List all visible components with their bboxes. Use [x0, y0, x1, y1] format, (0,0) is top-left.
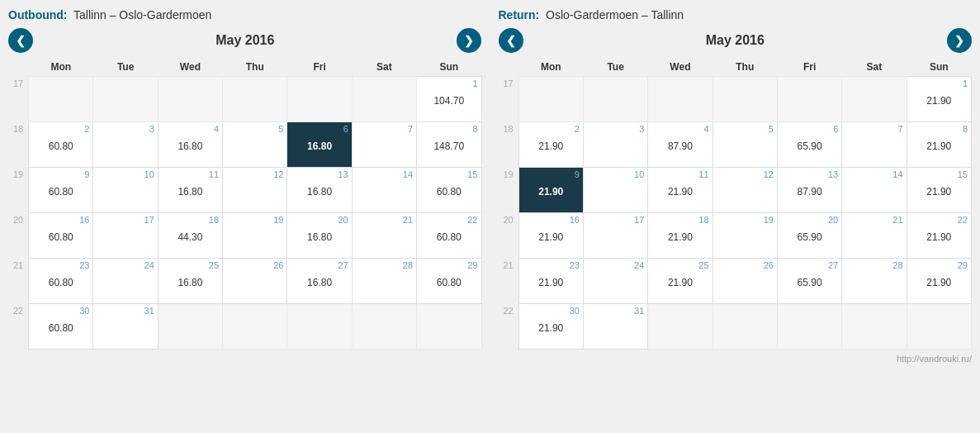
outbound-day-cell[interactable]: 2516.80	[158, 259, 222, 304]
return-day-num: 23	[523, 260, 580, 270]
outbound-day-num: 28	[356, 260, 413, 270]
return-day-cell[interactable]: 1121.90	[648, 168, 713, 213]
outbound-day-cell[interactable]: 3060.80	[29, 304, 93, 350]
outbound-day-price: 60.80	[420, 277, 477, 288]
outbound-day-cell[interactable]: 616.80	[287, 122, 352, 168]
return-day-num: 12	[717, 169, 774, 179]
return-route: Oslo-Gardermoen – Tallinn	[546, 8, 684, 21]
return-day-cell[interactable]: 1521.90	[907, 168, 971, 213]
outbound-day-price: 16.80	[291, 140, 348, 152]
return-day-cell[interactable]: 1387.90	[777, 168, 841, 213]
return-day-num: 10	[587, 169, 644, 179]
return-day-cell	[777, 77, 841, 122]
return-next-button[interactable]: ❯	[947, 28, 972, 53]
outbound-day-cell[interactable]: 8148.70	[417, 122, 481, 168]
return-day-cell[interactable]: 1621.90	[518, 213, 583, 259]
return-day-price: 21.90	[911, 277, 968, 288]
return-day-num: 6	[781, 124, 838, 134]
outbound-day-num: 5	[226, 124, 283, 134]
outbound-day-cell[interactable]: 960.80	[29, 168, 93, 213]
outbound-day-price: 60.80	[32, 231, 89, 243]
return-week-header	[499, 58, 519, 77]
outbound-prev-button[interactable]: ❮	[8, 28, 33, 53]
return-day-cell	[777, 304, 841, 350]
return-day-cell[interactable]: 121.90	[907, 77, 971, 122]
outbound-day-cell[interactable]: 1560.80	[417, 168, 481, 213]
return-day-cell[interactable]: 221.90	[518, 122, 583, 168]
outbound-week-num-2: 19	[8, 168, 29, 213]
outbound-week-num-0: 17	[8, 77, 29, 122]
outbound-day-price: 44.30	[162, 231, 219, 243]
return-day-cell: 12	[713, 168, 777, 213]
outbound-day-cell: 28	[352, 259, 416, 304]
return-day-cell[interactable]: 3021.90	[518, 304, 583, 350]
return-day-cell[interactable]: 487.90	[648, 122, 713, 168]
return-day-cell[interactable]: 821.90	[907, 122, 971, 168]
return-day-num: 21	[845, 215, 902, 225]
outbound-day-num: 1	[420, 79, 477, 88]
outbound-day-cell: 24	[93, 259, 158, 304]
outbound-calendar: Outbound: Tallinn – Oslo-Gardermoen ❮ Ma…	[8, 8, 482, 350]
outbound-day-num: 11	[162, 169, 219, 179]
return-day-num: 26	[717, 260, 774, 270]
return-day-cell[interactable]: 665.90	[777, 122, 841, 168]
return-day-price: 21.90	[911, 95, 968, 107]
outbound-day-num: 27	[291, 260, 348, 270]
return-day-price: 87.90	[781, 186, 838, 197]
return-day-cell: 17	[583, 213, 647, 259]
return-day-price: 65.90	[781, 231, 838, 243]
outbound-next-button[interactable]: ❯	[457, 28, 481, 53]
outbound-day-num: 18	[162, 215, 219, 225]
return-day-cell: 5	[713, 122, 777, 168]
outbound-day-cell[interactable]: 2360.80	[29, 259, 93, 304]
outbound-day-cell[interactable]: 2960.80	[417, 259, 481, 304]
outbound-day-price: 60.80	[420, 231, 477, 243]
outbound-day-cell: 7	[352, 122, 416, 168]
outbound-day-cell	[93, 77, 158, 122]
outbound-header-tue: Tue	[93, 58, 158, 77]
return-day-num: 22	[911, 215, 968, 225]
return-day-cell[interactable]: 2765.90	[777, 259, 841, 304]
outbound-day-price: 16.80	[291, 277, 348, 288]
return-prev-button[interactable]: ❮	[499, 28, 523, 53]
return-day-cell[interactable]: 2521.90	[648, 259, 713, 304]
return-month-label: May 2016	[706, 33, 765, 48]
outbound-day-cell[interactable]: 1104.70	[417, 77, 481, 122]
outbound-header-sat: Sat	[352, 58, 416, 77]
outbound-day-num: 7	[356, 124, 413, 134]
outbound-day-num: 25	[162, 260, 219, 270]
outbound-day-cell[interactable]: 260.80	[29, 122, 93, 168]
return-day-cell	[583, 77, 647, 122]
return-day-cell[interactable]: 2065.90	[777, 213, 841, 259]
outbound-day-cell[interactable]: 416.80	[158, 122, 222, 168]
return-week-num-3: 20	[499, 213, 519, 259]
outbound-route: Tallinn – Oslo-Gardermoen	[73, 8, 211, 21]
outbound-day-num: 17	[97, 215, 154, 225]
outbound-day-cell[interactable]: 2716.80	[287, 259, 352, 304]
outbound-day-cell[interactable]: 2016.80	[287, 213, 352, 259]
outbound-day-cell[interactable]: 1316.80	[287, 168, 352, 213]
return-day-num: 31	[587, 306, 644, 316]
return-day-cell[interactable]: 2921.90	[907, 259, 971, 304]
return-day-cell[interactable]: 921.90	[518, 168, 583, 213]
return-day-num: 8	[911, 124, 968, 134]
outbound-day-cell[interactable]: 1116.80	[158, 168, 222, 213]
return-day-cell: 28	[842, 259, 907, 304]
outbound-day-cell[interactable]: 1660.80	[29, 213, 93, 259]
return-day-price: 65.90	[781, 277, 838, 288]
outbound-day-cell	[29, 77, 93, 122]
return-day-cell[interactable]: 1821.90	[648, 213, 713, 259]
return-calendar: Return: Oslo-Gardermoen – Tallinn ❮ May …	[499, 8, 973, 350]
outbound-day-cell[interactable]: 1844.30	[158, 213, 222, 259]
return-week-num-2: 19	[499, 168, 519, 213]
outbound-week-num-1: 18	[8, 122, 29, 168]
outbound-day-price: 60.80	[32, 140, 89, 152]
return-header-wed: Wed	[648, 58, 713, 77]
outbound-day-cell[interactable]: 2260.80	[417, 213, 481, 259]
outbound-day-num: 16	[32, 215, 89, 225]
return-day-cell[interactable]: 2321.90	[518, 259, 583, 304]
outbound-day-price: 60.80	[420, 186, 477, 197]
return-day-cell[interactable]: 2221.90	[907, 213, 971, 259]
outbound-day-cell: 26	[223, 259, 287, 304]
outbound-day-num: 24	[97, 260, 154, 270]
